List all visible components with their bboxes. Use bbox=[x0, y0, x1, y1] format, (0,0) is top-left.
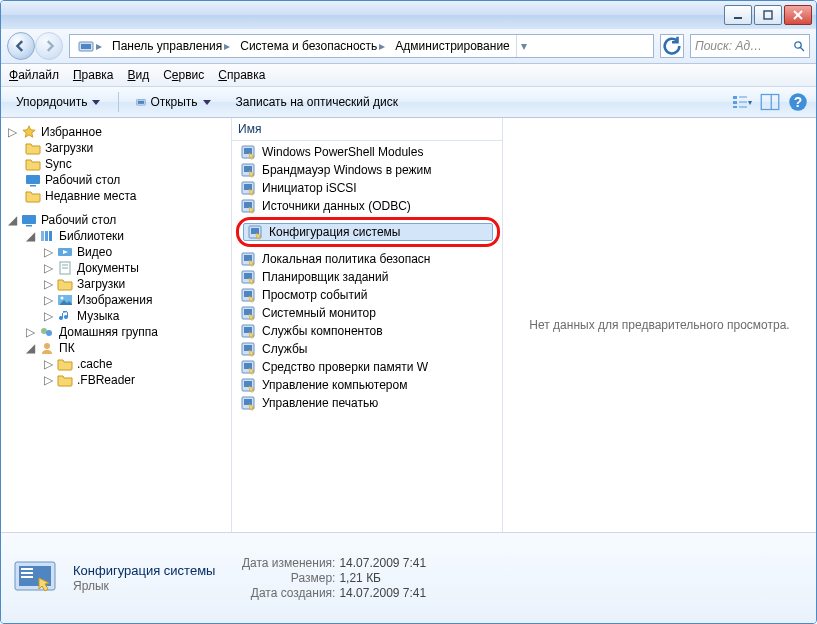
svg-rect-67 bbox=[21, 572, 33, 574]
search-placeholder: Поиск: Ад… bbox=[695, 39, 762, 53]
svg-rect-1 bbox=[764, 11, 772, 19]
toolbar: Упорядочить Открыть Записать на оптическ… bbox=[1, 87, 816, 118]
close-button[interactable] bbox=[784, 5, 812, 25]
menu-tools[interactable]: Сервис bbox=[163, 68, 204, 82]
expand-arrow-icon[interactable]: ▷ bbox=[7, 125, 17, 139]
list-item[interactable]: Системный монитор bbox=[236, 304, 502, 322]
tree-item[interactable]: ▷Видео bbox=[5, 244, 227, 260]
list-item[interactable]: Просмотр событий bbox=[236, 286, 502, 304]
video-icon bbox=[57, 245, 73, 259]
svg-rect-53 bbox=[244, 309, 252, 315]
list-item[interactable]: Службы компонентов bbox=[236, 322, 502, 340]
tree-favorites[interactable]: ▷Избранное bbox=[5, 124, 227, 140]
list-item-label: Конфигурация системы bbox=[269, 225, 400, 239]
expand-arrow-icon[interactable]: ◢ bbox=[25, 341, 35, 355]
svg-point-35 bbox=[44, 343, 50, 349]
tree-item[interactable]: ▷Загрузки bbox=[5, 276, 227, 292]
menu-file[interactable]: Файлайл bbox=[9, 68, 59, 82]
breadcrumb-dropdown[interactable]: ▾ bbox=[516, 35, 531, 57]
breadcrumb-label: Администрирование bbox=[395, 39, 509, 53]
homegroup-icon bbox=[39, 325, 55, 339]
svg-rect-25 bbox=[45, 231, 48, 241]
svg-rect-26 bbox=[49, 231, 52, 241]
tree-desktop[interactable]: ◢Рабочий стол bbox=[5, 212, 227, 228]
tree-item[interactable]: ▷Музыка bbox=[5, 308, 227, 324]
menu-view[interactable]: Вид bbox=[127, 68, 149, 82]
list-item[interactable]: Управление печатью bbox=[236, 394, 502, 412]
tree-pc[interactable]: ◢ПК bbox=[5, 340, 227, 356]
details-title: Конфигурация системы bbox=[73, 563, 215, 578]
shortcut-icon bbox=[240, 395, 256, 411]
column-label: Имя bbox=[238, 122, 261, 136]
folder-icon bbox=[25, 157, 41, 171]
refresh-button[interactable] bbox=[660, 34, 684, 58]
tree-item[interactable]: ▷Изображения bbox=[5, 292, 227, 308]
tree-item[interactable]: Недавние места bbox=[5, 188, 227, 204]
breadcrumb-seg-1[interactable]: Система и безопасность ▸ bbox=[236, 39, 389, 53]
svg-rect-41 bbox=[244, 184, 252, 190]
shortcut-icon bbox=[240, 377, 256, 393]
tree-item[interactable]: Рабочий стол bbox=[5, 172, 227, 188]
view-mode-button[interactable]: ▾ bbox=[732, 92, 752, 112]
tree-label: Видео bbox=[77, 245, 112, 259]
list-item[interactable]: Службы bbox=[236, 340, 502, 358]
tree-item[interactable]: ▷.cache bbox=[5, 356, 227, 372]
details-value: 1,21 КБ bbox=[339, 571, 381, 585]
list-item[interactable]: Брандмауэр Windows в режим bbox=[236, 161, 502, 179]
shortcut-icon bbox=[240, 198, 256, 214]
preview-pane-button[interactable] bbox=[760, 92, 780, 112]
open-button[interactable]: Открыть bbox=[129, 92, 218, 112]
tree-group-desktop: ◢Рабочий стол ◢Библиотеки ▷Видео ▷Докуме… bbox=[5, 212, 227, 388]
breadcrumb[interactable]: ▸ Панель управления ▸ Система и безопасн… bbox=[69, 34, 654, 58]
back-button[interactable] bbox=[7, 32, 35, 60]
list-item[interactable]: Управление компьютером bbox=[236, 376, 502, 394]
tree-libraries[interactable]: ◢Библиотеки bbox=[5, 228, 227, 244]
details-label: Дата создания: bbox=[235, 586, 335, 600]
burn-button[interactable]: Записать на оптический диск bbox=[229, 92, 406, 112]
tree-item[interactable]: Загрузки bbox=[5, 140, 227, 156]
search-input[interactable]: Поиск: Ад… bbox=[690, 34, 810, 58]
tree-item[interactable]: ▷.FBReader bbox=[5, 372, 227, 388]
breadcrumb-root[interactable]: ▸ bbox=[74, 39, 106, 53]
column-header-name[interactable]: Имя bbox=[232, 118, 502, 141]
shortcut-icon bbox=[240, 162, 256, 178]
svg-rect-24 bbox=[41, 231, 44, 241]
list-item[interactable]: Источники данных (ODBC) bbox=[236, 197, 502, 215]
breadcrumb-seg-0[interactable]: Панель управления ▸ bbox=[108, 39, 234, 53]
help-button[interactable]: ? bbox=[788, 92, 808, 112]
list-item-label: Локальная политика безопасн bbox=[262, 252, 430, 266]
maximize-button[interactable] bbox=[754, 5, 782, 25]
menu-help[interactable]: Справка bbox=[218, 68, 265, 82]
details-title-block: Конфигурация системы Ярлык bbox=[73, 563, 215, 593]
details-label: Размер: bbox=[235, 571, 335, 585]
search-icon bbox=[793, 40, 805, 52]
shortcut-icon bbox=[240, 180, 256, 196]
breadcrumb-label: Система и безопасность bbox=[240, 39, 377, 53]
minimize-button[interactable] bbox=[724, 5, 752, 25]
list-item[interactable]: Конфигурация системы bbox=[243, 223, 493, 241]
tree-item[interactable]: Sync bbox=[5, 156, 227, 172]
svg-rect-49 bbox=[244, 273, 252, 279]
list-item[interactable]: Средство проверки памяти W bbox=[236, 358, 502, 376]
breadcrumb-label: Панель управления bbox=[112, 39, 222, 53]
svg-rect-51 bbox=[244, 291, 252, 297]
list-item[interactable]: Локальная политика безопасн bbox=[236, 250, 502, 268]
forward-button[interactable] bbox=[35, 32, 63, 60]
list-item[interactable]: Windows PowerShell Modules bbox=[236, 143, 502, 161]
tree-homegroup[interactable]: ▷Домашняя группа bbox=[5, 324, 227, 340]
tree-label: Библиотеки bbox=[59, 229, 124, 243]
list-item[interactable]: Планировщик заданий bbox=[236, 268, 502, 286]
expand-arrow-icon[interactable]: ◢ bbox=[25, 229, 35, 243]
folder-icon bbox=[57, 357, 73, 371]
shortcut-icon bbox=[240, 305, 256, 321]
menu-edit[interactable]: Правка bbox=[73, 68, 114, 82]
nav-tree[interactable]: ▷Избранное Загрузки Sync Рабочий стол Не… bbox=[1, 118, 232, 532]
organize-button[interactable]: Упорядочить bbox=[9, 92, 108, 112]
details-label: Дата изменения: bbox=[235, 556, 335, 570]
breadcrumb-seg-2[interactable]: Администрирование bbox=[391, 39, 513, 53]
tree-item[interactable]: ▷Документы bbox=[5, 260, 227, 276]
file-list-body[interactable]: Windows PowerShell ModulesБрандмауэр Win… bbox=[232, 141, 502, 532]
expand-arrow-icon[interactable]: ◢ bbox=[7, 213, 17, 227]
list-item[interactable]: Инициатор iSCSI bbox=[236, 179, 502, 197]
details-pane: Конфигурация системы Ярлык Дата изменени… bbox=[1, 533, 816, 623]
